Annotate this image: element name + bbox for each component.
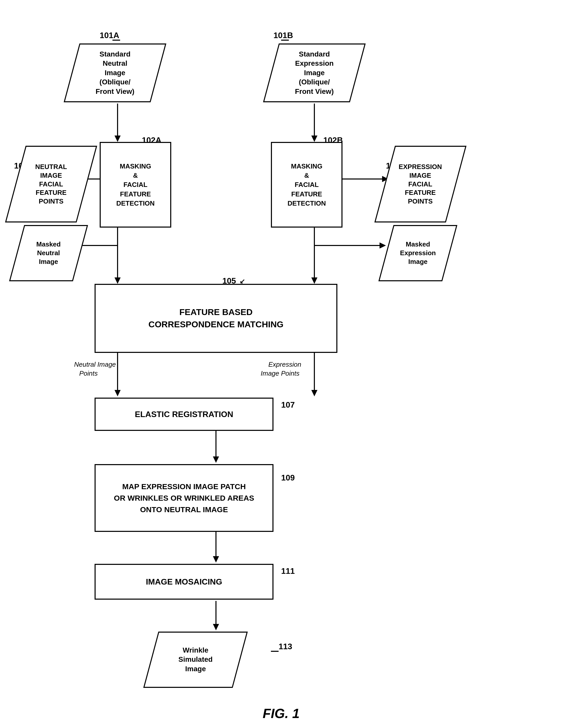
arrow-101a [113, 40, 120, 41]
expression-image-node: Standard Expression Image (Oblique/ Fron… [263, 43, 366, 102]
ref-111: 111 [281, 566, 295, 576]
ref-101b: 101B [274, 31, 293, 40]
neutral-image-points-label2: Points [79, 369, 98, 377]
diagram-container: 101A Standard Neutral Image (Oblique/ Fr… [0, 0, 561, 728]
expression-feature-points-label: EXPRESSION IMAGE FACIAL FEATURE POINTS [396, 160, 444, 208]
wrinkle-simulated-label: Wrinkle Simulated Image [176, 643, 215, 676]
neutral-image-node: Standard Neutral Image (Oblique/ Front V… [64, 43, 166, 102]
ref-107: 107 [281, 400, 295, 410]
image-mosaicing-node: IMAGE MOSAICING [95, 564, 274, 600]
svg-marker-27 [213, 624, 219, 630]
svg-marker-12 [115, 277, 121, 284]
neutral-feature-points-node: NEUTRAL IMAGE FACIAL FEATURE POINTS [5, 146, 97, 222]
ref-113: 113 [279, 642, 292, 651]
masking-neutral-node: MASKING & FACIAL FEATURE DETECTION [100, 142, 171, 228]
expression-image-points-label: Expression [269, 361, 301, 368]
wrinkle-simulated-node: Wrinkle Simulated Image [143, 632, 248, 688]
svg-marker-21 [311, 390, 317, 396]
svg-marker-14 [311, 277, 317, 284]
masking-neutral-label: MASKING & FACIAL FEATURE DETECTION [116, 162, 155, 208]
neutral-feature-points-label: NEUTRAL IMAGE FACIAL FEATURE POINTS [33, 160, 70, 208]
feature-matching-node: FEATURE BASED CORRESPONDENCE MATCHING [95, 284, 337, 353]
svg-marker-1 [115, 136, 121, 142]
map-expression-node: MAP EXPRESSION IMAGE PATCH OR WRINKLES O… [95, 464, 274, 532]
elastic-registration-label: ELASTIC REGISTRATION [135, 409, 233, 420]
feature-matching-label: FEATURE BASED CORRESPONDENCE MATCHING [149, 306, 283, 330]
ref-101a: 101A [100, 31, 119, 40]
masked-expression-node: Masked Expression Image [378, 225, 457, 281]
svg-marker-19 [115, 390, 121, 396]
svg-marker-25 [213, 556, 219, 563]
arrow-113 [271, 651, 279, 652]
svg-marker-23 [213, 456, 219, 463]
fig-caption: FIG. 1 [192, 706, 370, 721]
masked-neutral-label: Masked Neutral Image [34, 238, 63, 268]
masking-expression-label: MASKING & FACIAL FEATURE DETECTION [287, 162, 326, 208]
neutral-image-label: Standard Neutral Image (Oblique/ Front V… [93, 47, 137, 99]
image-mosaicing-label: IMAGE MOSAICING [146, 576, 222, 588]
expression-image-label: Standard Expression Image (Oblique/ Fron… [292, 47, 336, 99]
svg-marker-17 [379, 242, 386, 249]
masking-expression-node: MASKING & FACIAL FEATURE DETECTION [271, 142, 342, 228]
masked-neutral-node: Masked Neutral Image [9, 225, 88, 281]
map-expression-label: MAP EXPRESSION IMAGE PATCH OR WRINKLES O… [114, 481, 254, 515]
elastic-registration-node: ELASTIC REGISTRATION [95, 398, 274, 431]
masked-expression-label: Masked Expression Image [397, 238, 438, 268]
svg-marker-3 [311, 136, 317, 142]
expression-image-points-label2: Image Points [261, 369, 299, 377]
neutral-image-points-label: Neutral Image [74, 361, 116, 368]
expression-feature-points-node: EXPRESSION IMAGE FACIAL FEATURE POINTS [374, 146, 466, 222]
arrow-101b [281, 40, 289, 41]
ref-109: 109 [281, 473, 295, 483]
